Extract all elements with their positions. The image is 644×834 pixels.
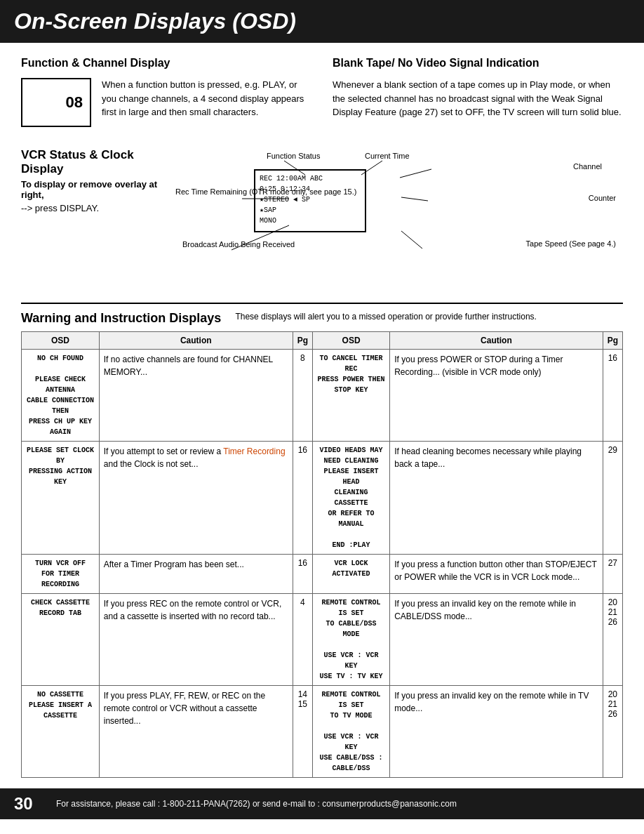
counter-label: Counter xyxy=(589,194,616,202)
caution-cell-left: After a Timer Program has been set... xyxy=(99,555,293,594)
table-header-row: OSD Caution Pg OSD Caution Pg xyxy=(22,332,623,350)
osd-cell-right: REMOTE CONTROL IS SET TO CABLE/DSS MODE … xyxy=(313,594,390,686)
channel-label: Channel xyxy=(573,162,602,171)
blank-tape-section: Blank Tape/ No Video Signal Indication W… xyxy=(333,57,623,134)
svg-line-2 xyxy=(400,169,431,178)
osd-cell-right: VIDEO HEADS MAY NEED CLEANING PLEASE INS… xyxy=(313,442,390,555)
vcr-press: --> press DISPLAY. xyxy=(21,203,175,213)
col-pg-1: Pg xyxy=(293,332,312,350)
caution-cell-left: If no active channels are found for CHAN… xyxy=(99,350,293,442)
table-row: CHECK CASSETTE RECORD TABIf you press RE… xyxy=(22,594,623,686)
page-header: On-Screen Displays (OSD) xyxy=(0,0,644,43)
footer-contact: For assistance, please call : 1-800-211-… xyxy=(56,799,457,809)
col-osd-2: OSD xyxy=(313,332,390,350)
osd-display-box: REC 12:00AM ABC 0:25 0:12:34 ★STEREO ◄ S… xyxy=(254,169,366,232)
osd-cell-right: VCR LOCK ACTIVATED xyxy=(313,555,390,594)
caution-cell-right: If you press a function button other tha… xyxy=(390,555,603,594)
pg-cell-left: 8 xyxy=(293,350,312,442)
svg-line-3 xyxy=(401,197,428,201)
page-footer: 30 For assistance, please call : 1-800-2… xyxy=(0,788,644,819)
pg-cell-left: 16 xyxy=(293,555,312,594)
vcr-status-section: VCR Status & Clock Display To display or… xyxy=(21,148,623,289)
channel-number-box: 08 xyxy=(21,78,91,127)
osd-cell-left: NO CH FOUND PLEASE CHECK ANTENNA CABLE C… xyxy=(22,350,100,442)
warning-title: Warning and Instruction Displays xyxy=(21,311,221,326)
channel-display-box: 08 When a function button is pressed, e.… xyxy=(21,78,311,127)
diagram-arrows xyxy=(175,148,623,289)
pg-cell-right: 27 xyxy=(603,555,622,594)
caution-cell-left: If you attempt to set or review a Timer … xyxy=(99,442,293,555)
pg-cell-right: 20 21 26 xyxy=(603,594,622,686)
tape-speed-label: Tape Speed (See page 4.) xyxy=(526,239,616,248)
table-row: NO CASSETTE PLEASE INSERT A CASSETTEIf y… xyxy=(22,686,623,778)
warning-description: These displays will alert you to a misse… xyxy=(235,311,537,323)
vcr-status-left: VCR Status & Clock Display To display or… xyxy=(21,148,175,227)
channel-description: When a function button is pressed, e.g. … xyxy=(102,78,311,119)
svg-line-6 xyxy=(401,231,422,249)
table-row: TURN VCR OFF FOR TIMER RECORDINGAfter a … xyxy=(22,555,623,594)
channel-number: 08 xyxy=(66,93,83,112)
current-time-label: Current Time xyxy=(365,152,410,160)
osd-line3: ★STEREO ◄ SP xyxy=(260,194,361,205)
blank-tape-description: Whenever a blank section of a tape comes… xyxy=(333,78,623,119)
pg-cell-left: 4 xyxy=(293,594,312,686)
top-section: Function & Channel Display 08 When a fun… xyxy=(21,57,623,134)
osd-line5: MONO xyxy=(260,216,361,226)
caution-cell-right: If you press POWER or STOP during a Time… xyxy=(390,350,603,442)
pg-cell-right: 20 21 26 xyxy=(603,686,622,778)
function-status-label: Function Status xyxy=(267,152,320,160)
vcr-status-title: VCR Status & Clock Display xyxy=(21,148,175,176)
page-title: On-Screen Displays (OSD) xyxy=(14,8,630,34)
caution-cell-left: If you press REC on the remote control o… xyxy=(99,594,293,686)
caution-cell-right: If you press an invalid key on the remot… xyxy=(390,594,603,686)
osd-cell-left: PLEASE SET CLOCK BY PRESSING ACTION KEY xyxy=(22,442,100,555)
caution-cell-left: If you press PLAY, FF, REW, or REC on th… xyxy=(99,686,293,778)
col-caution-1: Caution xyxy=(99,332,293,350)
caution-cell-right: If head cleaning becomes necessary while… xyxy=(390,442,603,555)
warning-header: Warning and Instruction Displays These d… xyxy=(21,311,623,326)
function-channel-section: Function & Channel Display 08 When a fun… xyxy=(21,57,311,134)
osd-cell-left: CHECK CASSETTE RECORD TAB xyxy=(22,594,100,686)
pg-cell-right: 16 xyxy=(603,350,622,442)
osd-line4: ★SAP xyxy=(260,205,361,216)
footer-page-number: 30 xyxy=(14,794,42,814)
vcr-instruction: To display or remove overlay at right, xyxy=(21,179,175,200)
caution-cell-right: If you press an invalid key on the remot… xyxy=(390,686,603,778)
col-pg-2: Pg xyxy=(603,332,622,350)
broadcast-label: Broadcast Audio Being Received xyxy=(182,239,295,250)
osd-content: REC 12:00AM ABC 0:25 0:12:34 ★STEREO ◄ S… xyxy=(260,173,361,226)
warning-section: Warning and Instruction Displays These d… xyxy=(21,303,623,778)
table-row: NO CH FOUND PLEASE CHECK ANTENNA CABLE C… xyxy=(22,350,623,442)
osd-cell-left: NO CASSETTE PLEASE INSERT A CASSETTE xyxy=(22,686,100,778)
osd-cell-left: TURN VCR OFF FOR TIMER RECORDING xyxy=(22,555,100,594)
col-osd-1: OSD xyxy=(22,332,100,350)
osd-line1: REC 12:00AM ABC xyxy=(260,173,361,184)
function-channel-title: Function & Channel Display xyxy=(21,57,311,70)
pg-cell-left: 14 15 xyxy=(293,686,312,778)
pg-cell-right: 29 xyxy=(603,442,622,555)
osd-cell-right: REMOTE CONTROL IS SET TO TV MODE USE VCR… xyxy=(313,686,390,778)
osd-line2: 0:25 0:12:34 xyxy=(260,184,361,194)
osd-diagram: Function Status Current Time Channel Cou… xyxy=(175,148,623,289)
table-row: PLEASE SET CLOCK BY PRESSING ACTION KEYI… xyxy=(22,442,623,555)
blank-tape-title: Blank Tape/ No Video Signal Indication xyxy=(333,57,623,70)
col-caution-2: Caution xyxy=(390,332,603,350)
osd-cell-right: TO CANCEL TIMER REC PRESS POWER THEN STO… xyxy=(313,350,390,442)
pg-cell-left: 16 xyxy=(293,442,312,555)
warning-table: OSD Caution Pg OSD Caution Pg NO CH FOUN… xyxy=(21,331,623,778)
